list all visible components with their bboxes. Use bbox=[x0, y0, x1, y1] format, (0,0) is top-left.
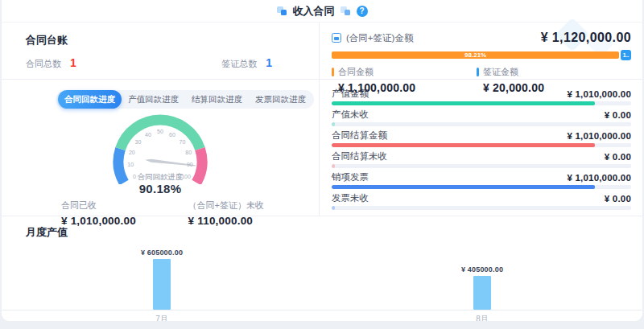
bar-slot-aug: ¥ 405000.00 bbox=[322, 265, 642, 310]
visa-total-value: 1 bbox=[266, 56, 272, 69]
gauge-value: 90.18% bbox=[2, 182, 319, 195]
doc-stack-icon bbox=[341, 6, 351, 16]
tab-contract-progress[interactable]: 合同回款进度 bbox=[58, 90, 122, 109]
row-label: 合同结算未收 bbox=[332, 150, 387, 162]
amount-summary: (合同+签证)金额 ¥ 1,120,000.00 98.21% 1.. 合同金额… bbox=[320, 23, 642, 80]
row-value: ¥ 1,010,000.00 bbox=[567, 131, 631, 141]
contract-total-value: 1 bbox=[70, 56, 76, 69]
month-label: 7月 bbox=[2, 314, 322, 322]
legend-contract-amount: 合同金额 ¥ 1,100,000.00 bbox=[332, 66, 477, 94]
dashboard-card: 收入合同 ? 合同台账 合同总数 1 签证总数 1 bbox=[1, 0, 643, 322]
unreceived-stat: （合同+签证）未收 ¥ 110,000.00 bbox=[188, 199, 264, 227]
gauge-tick-label: 30 bbox=[135, 139, 142, 145]
gauge-tick-label: 70 bbox=[180, 139, 186, 145]
progress-tabs: 合同回款进度 产值回款进度 结算回款进度 发票回款进度 bbox=[56, 90, 314, 109]
summary-total: ¥ 1,120,000.00 bbox=[541, 31, 631, 45]
legend-value: ¥ 20,000.00 bbox=[483, 81, 621, 94]
row-settlement-amount: 合同结算金额¥ 1,010,000.00 bbox=[332, 130, 631, 147]
bar-value-label: ¥ 605000.00 bbox=[141, 249, 183, 257]
monthly-output-section: 月度产值 ¥ 605000.00 ¥ 405000.00 7月 8月 bbox=[2, 216, 642, 321]
gauge-tick-label: 60 bbox=[169, 132, 175, 138]
gauge-tick-label: 100 bbox=[181, 174, 191, 179]
ledger-header: 合同台账 合同总数 1 签证总数 1 bbox=[2, 23, 319, 80]
help-icon[interactable]: ? bbox=[357, 6, 368, 17]
legend-marker bbox=[332, 68, 334, 76]
row-label: 发票未收 bbox=[332, 192, 369, 204]
gauge-tick-label: 90 bbox=[187, 162, 193, 167]
visa-total: 签证总数 1 bbox=[221, 56, 272, 70]
row-value: ¥ 0.00 bbox=[605, 152, 631, 162]
row-progress-bar bbox=[332, 122, 631, 126]
gauge-tick-label: 20 bbox=[129, 150, 135, 155]
gauge-tick-label: 0 bbox=[133, 174, 136, 179]
amounts-panel: (合同+签证)金额 ¥ 1,120,000.00 98.21% 1.. 合同金额… bbox=[320, 23, 642, 216]
legend-marker bbox=[477, 68, 479, 76]
gauge-stats: 合同已收 ¥ 1,010,000.00 （合同+签证）未收 ¥ 110,000.… bbox=[61, 199, 264, 227]
row-progress-bar bbox=[332, 164, 631, 168]
row-label: 产值未收 bbox=[332, 109, 369, 121]
row-output-invoice: 销项发票¥ 1,010,000.00 bbox=[332, 172, 631, 189]
summary-head: (合同+签证)金额 ¥ 1,120,000.00 bbox=[332, 31, 631, 45]
legend-label: 签证金额 bbox=[483, 66, 518, 78]
gauge-tick-label: 40 bbox=[145, 132, 151, 138]
gauge-chart: 合同回款进度 0102030405060708090100 bbox=[84, 110, 237, 184]
legend-value: ¥ 1,100,000.00 bbox=[338, 81, 477, 94]
legend-label: 合同金额 bbox=[338, 66, 374, 78]
received-stat: 合同已收 ¥ 1,010,000.00 bbox=[61, 199, 136, 227]
monthly-bar-chart: ¥ 605000.00 ¥ 405000.00 bbox=[2, 242, 642, 310]
received-value: ¥ 1,010,000.00 bbox=[61, 215, 136, 227]
contract-total: 合同总数 1 bbox=[26, 56, 76, 70]
ledger-title: 合同台账 bbox=[26, 33, 272, 47]
tab-output-progress[interactable]: 产值回款进度 bbox=[122, 90, 185, 109]
summary-legend: 合同金额 ¥ 1,100,000.00 签证金额 ¥ 20,000.00 bbox=[332, 66, 631, 94]
row-progress-bar bbox=[332, 101, 631, 105]
row-progress-bar bbox=[332, 185, 631, 189]
summary-label: (合同+签证)金额 bbox=[346, 32, 413, 44]
summary-bar-rest: 1.. bbox=[621, 50, 631, 60]
page-header: 收入合同 ? bbox=[2, 0, 642, 23]
bar bbox=[473, 276, 491, 310]
tab-invoice-progress[interactable]: 发票回款进度 bbox=[249, 90, 312, 109]
legend-visa-amount: 签证金额 ¥ 20,000.00 bbox=[477, 66, 621, 94]
monthly-title: 月度产值 bbox=[26, 225, 642, 240]
contract-ledger-panel: 合同台账 合同总数 1 签证总数 1 合同回款进度 产值回款进度 结算回 bbox=[2, 23, 320, 216]
ledger-totals: 合同总数 1 签证总数 1 bbox=[26, 56, 272, 70]
gauge-tick-label: 50 bbox=[157, 129, 163, 134]
month-label: 8月 bbox=[322, 314, 642, 322]
bar-value-label: ¥ 405000.00 bbox=[461, 265, 503, 273]
unreceived-label: （合同+签证）未收 bbox=[188, 199, 264, 212]
row-label: 销项发票 bbox=[332, 171, 369, 183]
row-settlement-unreceived: 合同结算未收¥ 0.00 bbox=[332, 151, 631, 168]
gauge-chart-wrap: 合同回款进度 0102030405060708090100 bbox=[84, 110, 237, 187]
row-label: 合同结算金额 bbox=[332, 130, 387, 142]
progress-gauge-section: 合同回款进度 产值回款进度 结算回款进度 发票回款进度 合同回款进度 01020… bbox=[2, 80, 319, 227]
page-title: 收入合同 bbox=[293, 4, 335, 19]
unreceived-value: ¥ 110,000.00 bbox=[188, 215, 264, 227]
row-value: ¥ 1,010,000.00 bbox=[567, 173, 631, 183]
row-invoice-unreceived: 发票未收¥ 0.00 bbox=[332, 193, 631, 210]
received-label: 合同已收 bbox=[61, 199, 136, 212]
row-progress-bar bbox=[332, 206, 631, 210]
row-output-unreceived: 产值未收¥ 0.00 bbox=[332, 109, 631, 126]
row-progress-bar bbox=[332, 143, 631, 147]
doc-stack-icon bbox=[277, 6, 287, 16]
gauge-title: 合同回款进度 bbox=[138, 172, 184, 181]
gauge-tick-label: 10 bbox=[127, 162, 134, 167]
amount-icon bbox=[332, 33, 341, 43]
month-axis-labels: 7月 8月 bbox=[2, 314, 642, 322]
bar bbox=[153, 259, 171, 310]
summary-stacked-bar: 98.21% 1.. bbox=[332, 50, 631, 60]
bar-slot-jul: ¥ 605000.00 bbox=[2, 249, 322, 310]
tab-settlement-progress[interactable]: 结算回款进度 bbox=[185, 90, 249, 109]
contract-total-label: 合同总数 bbox=[26, 58, 61, 70]
visa-total-label: 签证总数 bbox=[221, 58, 257, 70]
row-value: ¥ 0.00 bbox=[605, 194, 631, 204]
summary-bar-main: 98.21% bbox=[332, 51, 619, 59]
row-value: ¥ 0.00 bbox=[605, 110, 631, 120]
main-panels: 合同台账 合同总数 1 签证总数 1 合同回款进度 产值回款进度 结算回 bbox=[2, 23, 642, 216]
amount-rows: 产值金额¥ 1,010,000.00 产值未收¥ 0.00 合同结算金额¥ 1,… bbox=[320, 80, 642, 214]
gauge-tick-label: 80 bbox=[185, 150, 192, 155]
